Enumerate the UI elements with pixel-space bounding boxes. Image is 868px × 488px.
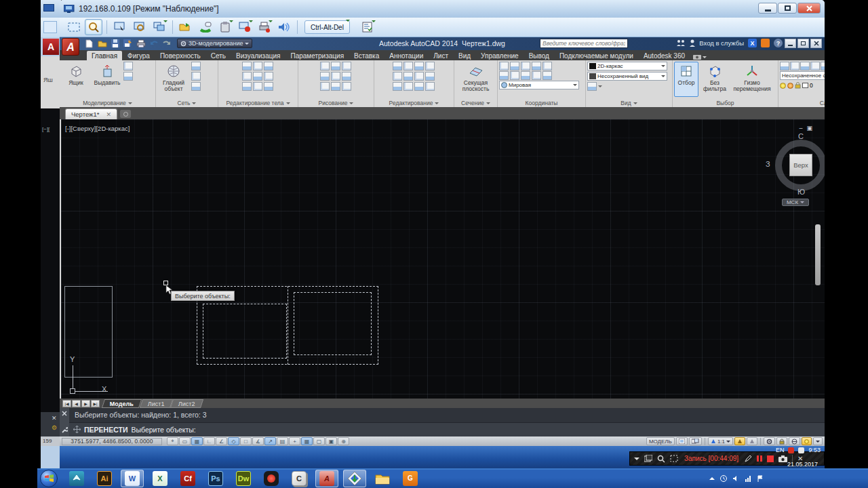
exchange-apps-icon[interactable]: X (748, 39, 757, 47)
toggle-snap-mode[interactable]: ▭ (179, 437, 191, 445)
recorder-pencil-icon[interactable] (745, 455, 752, 462)
voice-chat-icon[interactable] (197, 19, 214, 35)
drawings-quickview-icon[interactable] (689, 437, 702, 445)
solid-edit-tools[interactable] (242, 62, 274, 92)
layout-tab-model[interactable]: Модель (102, 399, 142, 408)
panel-label-view[interactable]: Вид (587, 99, 671, 107)
view-extra-tool[interactable] (587, 82, 602, 91)
command-prompt-line[interactable]: ПЕРЕНЕСТИ Выберите объекты: (69, 423, 825, 437)
ribbon-tab-list[interactable]: Лист (429, 51, 453, 60)
ribbon-tab-parametrizatsiya[interactable]: Параметризация (286, 51, 349, 60)
ribbon-tab-moduli[interactable]: Подключаемые модули (555, 51, 638, 60)
recorder-region-icon[interactable] (670, 455, 678, 462)
sign-in-label[interactable]: Вход в службы (699, 39, 744, 47)
status-overflow-menu[interactable] (813, 437, 823, 445)
taskbar-pdf-app[interactable]: G (399, 470, 422, 487)
viewcube-wcs-menu[interactable]: МСК (782, 199, 809, 206)
zoom-icon[interactable] (85, 19, 102, 35)
annotation-visibility-icon[interactable] (734, 437, 745, 445)
ribbon-tab-vizualizatsiya[interactable]: Визуализация (231, 51, 285, 60)
layout-quickview-icon[interactable] (676, 437, 688, 445)
toggle-infer-constraints[interactable]: ⌖ (167, 437, 178, 445)
remote-tray-icon-red1[interactable] (788, 447, 794, 453)
remote-system-tray[interactable]: EN 9:53 (776, 447, 821, 453)
panel-label-layers[interactable]: Слои (780, 99, 825, 107)
layer-tools-row[interactable] (780, 62, 825, 70)
taskbar-photoshop[interactable]: Ps (204, 470, 227, 487)
clipboard-icon[interactable] (216, 19, 234, 35)
panel-label-modeling[interactable]: Моделирование (61, 99, 154, 107)
panel-label-draw[interactable]: Рисование (300, 99, 372, 107)
box-tool[interactable]: Ящик (61, 62, 91, 97)
toggle-ortho-mode[interactable]: ∟ (203, 437, 215, 445)
extrude-tool[interactable]: Выдавить (92, 62, 122, 97)
ribbon-tab-glavnaya[interactable]: Главная (87, 51, 122, 60)
viewer-titlebar[interactable]: 192.168.0.109 [Режим "Наблюдение"] (60, 0, 825, 18)
drawing-canvas[interactable]: [-][Сверху][2D-каркас] ‒▣ Верх С Ю З В М… (61, 119, 825, 399)
signin-person-icon[interactable] (690, 39, 695, 47)
named-view-dropdown[interactable]: Несохраненный вид (587, 72, 667, 81)
remote-language-indicator[interactable]: EN (776, 447, 785, 453)
command-customize-wrench-icon[interactable] (61, 427, 68, 434)
taskbar-illustrator[interactable]: Ai (93, 470, 116, 487)
remote-shutdown-icon[interactable] (236, 19, 254, 35)
multi-monitor-icon[interactable] (151, 19, 168, 35)
autodesk360-icon[interactable] (761, 39, 770, 47)
ctrl-alt-del-button[interactable]: Ctrl-Alt-Del (304, 20, 350, 34)
tray-volume-icon[interactable] (732, 475, 739, 482)
modeling-extra-tools[interactable] (123, 62, 134, 81)
ribbon-tab-vstavka[interactable]: Вставка (349, 51, 384, 60)
taskbar-word[interactable]: W (121, 470, 144, 487)
tray-clock-icon[interactable] (720, 475, 727, 482)
ribbon-tab-autodesk360[interactable]: Autodesk 360 (639, 51, 690, 60)
remote-date[interactable]: 21.05.2017 (787, 461, 818, 468)
taskbar-excel[interactable]: X (149, 470, 172, 487)
remote-view-icon[interactable] (131, 19, 149, 35)
panel-label-mesh[interactable]: Сеть (157, 99, 216, 107)
layout-tab-list2[interactable]: Лист2 (170, 399, 203, 408)
recorder-stop-button[interactable] (767, 455, 774, 462)
recorder-window-icon[interactable] (644, 455, 652, 462)
annotation-scale-button[interactable]: 1:1 (708, 437, 733, 445)
tray-network-icon[interactable] (745, 475, 751, 482)
host-system-tray[interactable] (709, 475, 865, 482)
toggle-dynamic-ucs[interactable]: ↗ (264, 437, 276, 445)
toggle-polar-tracking[interactable]: ∠ (216, 437, 227, 445)
selected-rectangle-inner-right[interactable] (294, 292, 372, 355)
file-transfer-icon[interactable] (177, 19, 195, 35)
remote-tray-icon-white[interactable] (798, 447, 804, 453)
acad-minimize-button[interactable] (785, 39, 796, 48)
printer-redirect-icon[interactable] (256, 19, 273, 35)
taskbar-c-key-app[interactable]: C (288, 470, 311, 487)
taskbar-explorer[interactable] (371, 470, 394, 487)
ucs-dropdown[interactable]: Мировая (499, 81, 579, 89)
panel-label-coords[interactable]: Координаты (499, 99, 584, 107)
autocad-app-button[interactable]: A (62, 38, 79, 56)
workspace-switching-gear-icon[interactable] (764, 437, 775, 445)
ribbon-tab-vyvod[interactable]: Вывод (524, 51, 554, 60)
compass-south[interactable]: Ю (797, 188, 805, 196)
new-drawing-tab-button[interactable] (120, 110, 131, 118)
selected-shared-edge[interactable] (288, 286, 288, 365)
fullscreen-icon[interactable] (65, 19, 83, 35)
model-space-button[interactable]: МОДЕЛЬ (646, 437, 675, 445)
viewport-controls-label[interactable]: [-][Сверху][2D-каркас] (65, 125, 130, 132)
viewer-close-button[interactable] (797, 3, 821, 14)
toggle-lineweight[interactable]: + (289, 437, 300, 445)
toggle-3d-object-snap[interactable]: □ (240, 437, 252, 445)
layout-tab-list1[interactable]: Лист1 (140, 399, 173, 408)
layer-dropdown[interactable]: 0 (780, 81, 825, 90)
acad-close-button[interactable] (810, 39, 822, 48)
annotation-autoscale-icon[interactable] (747, 437, 757, 445)
background-window[interactable]: A Яш [−][ ✕⚙ 159 (41, 0, 61, 468)
viewcube-top-face[interactable]: Верх (789, 154, 812, 176)
start-button[interactable] (40, 470, 58, 487)
toggle-transparency[interactable]: ▦ (301, 437, 313, 445)
taskbar-3ds-max[interactable] (65, 470, 88, 487)
panel-label-solid-edit[interactable]: Редактирование тела (220, 99, 296, 107)
compass-north[interactable]: С (798, 132, 804, 140)
isolate-objects-icon[interactable] (789, 437, 800, 445)
recorder-magnifier-icon[interactable] (657, 455, 665, 463)
ribbon-tab-figura[interactable]: Фигура (123, 51, 155, 60)
ucs-tools-row1[interactable] (499, 62, 552, 70)
